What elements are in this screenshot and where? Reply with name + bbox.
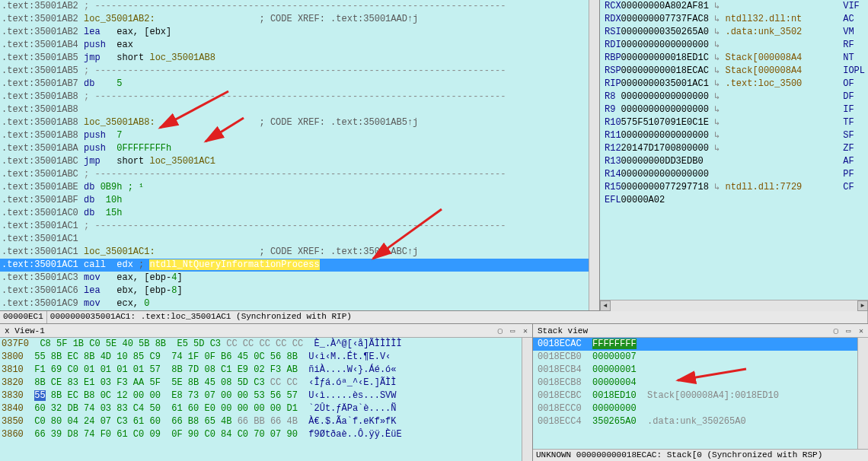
stack-row[interactable]: 0018ECC0 00000000 — [533, 402, 857, 415]
flag-sf: SF — [843, 129, 865, 142]
disasm-line[interactable]: .text:35001AB2 lea eax, [ebx] — [0, 26, 589, 39]
scroll-track[interactable] — [611, 300, 857, 311]
hex-pane[interactable]: x View-1 ▢ ▭ ✕ 037F0 C8 5F 1B C0 5E 40 5… — [0, 324, 533, 461]
disasm-line[interactable]: .text:35001AB8 loc_35001AB8: ; CODE XREF… — [0, 116, 589, 129]
registers-pane[interactable]: RCX00000000A802AF81 ↳RDX000000007737FAC8… — [600, 0, 868, 310]
disasm-line[interactable]: .text:35001AB2 ; -----------------------… — [0, 0, 589, 13]
disassembly-pane[interactable]: .text:35001AB2 ; -----------------------… — [0, 0, 600, 310]
disasm-scroll-vertical[interactable] — [589, 0, 599, 310]
register-efl[interactable]: EFL00000A02 — [600, 194, 839, 207]
disasm-line[interactable]: .text:35001ABE db 0B9h ; ¹ — [0, 181, 589, 194]
flag-ac: AC — [843, 13, 865, 26]
register-r12[interactable]: R1220147D1700800000 ↳ — [600, 142, 839, 155]
disasm-line[interactable]: .text:35001AC1 ; -----------------------… — [0, 220, 589, 233]
register-rdi[interactable]: RDI0000000000000000 ↳ — [600, 39, 839, 52]
register-r14[interactable]: R140000000000000000 — [600, 168, 839, 181]
disasm-line[interactable]: .text:35001AB2 loc_35001AB2: ; CODE XREF… — [0, 13, 589, 26]
disasm-line[interactable]: .text:35001AB8 push 7 — [0, 129, 589, 142]
stack-row[interactable]: 0018ECBC 0018ED10 Stack[000008A4]:0018ED… — [533, 389, 857, 402]
register-rbp[interactable]: RBP000000000018ED1C ↳ Stack[000008A4 — [600, 52, 839, 65]
pane-minimize-button[interactable]: ▭ — [510, 327, 515, 335]
disasm-line[interactable]: .text:35001AC1 loc_35001AC1: ; CODE XREF… — [0, 246, 589, 259]
stack-row[interactable]: 0018ECB0 00000007 — [533, 351, 857, 364]
stack-pane[interactable]: Stack view ▢ ▭ ✕ 0018ECAC FFFFFFFF0018EC… — [533, 324, 868, 461]
pane-close-button[interactable]: ✕ — [859, 327, 863, 335]
disasm-line[interactable]: .text:35001AB5 ; -----------------------… — [0, 65, 589, 78]
pane-minimize-button[interactable]: ▭ — [846, 327, 850, 335]
disasm-line[interactable]: .text:35001AC1 call edx ; ntdll_NtQueryI… — [0, 259, 589, 272]
flag-iopl: IOPL — [843, 65, 865, 78]
flag-if: IF — [843, 103, 865, 116]
disasm-line[interactable]: .text:35001AC0 db 15h — [0, 207, 589, 220]
flag-pf: PF — [843, 168, 865, 181]
disasm-line[interactable]: .text:35001AB8 ; -----------------------… — [0, 91, 589, 103]
stack-row[interactable]: 0018ECB8 00000004 — [533, 377, 857, 389]
disasm-line[interactable]: .text:35001AB4 push eax — [0, 39, 589, 52]
hex-view-title: x View-1 — [5, 326, 45, 335]
flag-tf: TF — [843, 116, 865, 129]
hex-row[interactable]: 3830 55 8B EC B8 0C 12 00 00 E8 73 07 00… — [0, 389, 522, 402]
disasm-line[interactable]: .text:35001ABA push 0FFFFFFFFh — [0, 142, 589, 155]
flag-af: AF — [843, 155, 865, 168]
register-r8[interactable]: R8 0000000000000000 ↳ — [600, 91, 839, 103]
disasm-line[interactable]: .text:35001ABC ; -----------------------… — [0, 168, 589, 181]
disasm-line[interactable]: .text:35001AC1 — [0, 233, 589, 246]
disasm-line[interactable]: .text:35001AC6 lea ebx, [ebp-8] — [0, 285, 589, 297]
disasm-line[interactable]: .text:35001AC9 mov ecx, 0 — [0, 297, 589, 310]
scroll-left-button[interactable]: ◄ — [600, 300, 611, 311]
register-rcx[interactable]: RCX00000000A802AF81 ↳ — [600, 0, 839, 13]
disasm-line[interactable]: .text:35001AB8 — [0, 103, 589, 116]
status-bar: 00000EC1 0000000035001AC1: .text:loc_350… — [0, 310, 868, 324]
disasm-line[interactable]: .text:35001AB7 db 5 — [0, 78, 589, 91]
hex-row[interactable]: 3800 55 8B EC 8B 4D 10 85 C9 74 1F 0F B6… — [0, 351, 522, 364]
register-r15[interactable]: R150000000077297718 ↳ ntdll.dll:7729 — [600, 181, 839, 194]
flag-nt: NT — [843, 52, 865, 65]
hex-row[interactable]: 3820 8B CE 83 E1 03 F3 AA 5F 5E 8B 45 08… — [0, 377, 522, 389]
register-rsi[interactable]: RSI00000000350265A0 ↳ .data:unk_3502 — [600, 26, 839, 39]
disasm-line[interactable]: .text:35001AB5 jmp short loc_35001AB8 — [0, 52, 589, 65]
register-r13[interactable]: R1300000000DD3EDB0 — [600, 155, 839, 168]
register-rip[interactable]: RIP0000000035001AC1 ↳ .text:loc_3500 — [600, 78, 839, 91]
flag-df: DF — [843, 91, 865, 103]
status-location: 0000000035001AC1: .text:loc_35001AC1 (Sy… — [47, 311, 868, 323]
register-rdx[interactable]: RDX000000007737FAC8 ↳ ntdll32.dll:nt — [600, 13, 839, 26]
stack-scroll-vertical[interactable] — [857, 338, 868, 449]
stack-status: UNKNOWN 000000000018ECAC: Stack[0 (Synch… — [533, 449, 868, 461]
status-offset: 00000EC1 — [0, 311, 47, 323]
flag-vif: VIF — [843, 0, 865, 13]
hex-row[interactable]: 3840 60 32 DB 74 03 83 C4 50 61 60 E0 00… — [0, 402, 522, 415]
pane-button[interactable]: ▢ — [834, 327, 838, 335]
disasm-line[interactable]: .text:35001ABF db 10h — [0, 194, 589, 207]
stack-row[interactable]: 0018ECAC FFFFFFFF — [533, 338, 857, 351]
scroll-right-button[interactable]: ► — [857, 300, 868, 311]
disasm-line[interactable]: .text:35001AC3 mov eax, [ebp-4] — [0, 272, 589, 285]
flag-of: OF — [843, 78, 865, 91]
hex-row[interactable]: 3860 66 39 D8 74 F0 61 C0 09 0F 90 C0 84… — [0, 428, 522, 441]
pane-button[interactable]: ▢ — [498, 327, 503, 335]
flag-zf: ZF — [843, 142, 865, 155]
flag-rf: RF — [843, 39, 865, 52]
register-r10[interactable]: R10575F5107091E0C1E ↳ — [600, 116, 839, 129]
stack-row[interactable]: 0018ECC4 350265A0 .data:unk_350265A0 — [533, 415, 857, 428]
register-r9[interactable]: R9 0000000000000000 ↳ — [600, 103, 839, 116]
stack-row[interactable]: 0018ECB4 00000001 — [533, 364, 857, 377]
hex-row[interactable]: 3810 F1 69 C0 01 01 01 01 57 8B 7D 08 C1… — [0, 364, 522, 377]
flag-cf: CF — [843, 181, 865, 194]
pane-close-button[interactable]: ✕ — [523, 327, 528, 335]
register-r11[interactable]: R110000000000000000 ↳ — [600, 129, 839, 142]
hex-row[interactable]: 3850 C0 80 04 24 07 C3 61 60 66 B8 65 4B… — [0, 415, 522, 428]
hex-scroll-vertical[interactable] — [522, 338, 532, 461]
register-rsp[interactable]: RSP000000000018ECAC ↳ Stack[000008A4 — [600, 65, 839, 78]
flag-vm: VM — [843, 26, 865, 39]
stack-view-title: Stack view — [538, 326, 588, 335]
hex-row[interactable]: 037F0 C8 5F 1B C0 5E 40 5B 8B E5 5D C3 C… — [0, 338, 522, 351]
disasm-line[interactable]: .text:35001ABC jmp short loc_35001AC1 — [0, 155, 589, 168]
